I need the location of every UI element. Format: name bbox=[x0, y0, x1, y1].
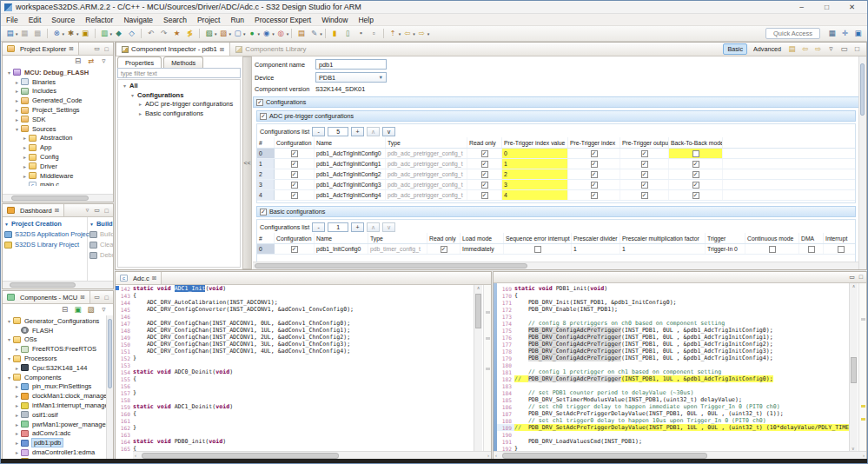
dropdown-caret-icon[interactable]: ▾ bbox=[215, 31, 217, 36]
table-cell[interactable] bbox=[620, 159, 669, 169]
profile-icon[interactable]: ◎ bbox=[275, 28, 287, 39]
table-cell[interactable]: 3 bbox=[502, 180, 568, 189]
tab-dashboard[interactable]: Dashboard ⊠ bbox=[3, 204, 64, 216]
code-line[interactable]: 156 bbox=[116, 382, 474, 389]
chevron-right-icon[interactable]: ▸ bbox=[13, 430, 21, 436]
tree-item-app[interactable]: ▸App bbox=[3, 143, 113, 152]
tree-item-intman1-interrupt-manager[interactable]: ▸intMan1:interrupt_manager bbox=[3, 401, 113, 410]
device-select[interactable]: PDB1▼ bbox=[315, 72, 387, 83]
column-header[interactable]: Configuration bbox=[275, 137, 315, 148]
chevron-right-icon[interactable]: ▸ bbox=[13, 107, 21, 113]
link-with-editor-icon[interactable]: ⇄ bbox=[85, 56, 96, 67]
link-s32ds-application-project[interactable]: S32DS Application Project bbox=[4, 230, 85, 238]
column-header[interactable]: Name bbox=[315, 233, 368, 243]
table-cell[interactable]: 1 bbox=[620, 244, 706, 254]
back-icon[interactable]: ⇦ bbox=[799, 43, 811, 55]
tree-item-sdk[interactable]: ▸SDK bbox=[3, 115, 113, 124]
collapse-all-icon[interactable]: ⊟ bbox=[72, 56, 83, 67]
column-header[interactable]: Back-To-Back mode bbox=[669, 137, 723, 148]
checkbox[interactable] bbox=[641, 171, 648, 178]
code-line[interactable]: 190 bbox=[497, 431, 849, 438]
code-line[interactable]: 146 bbox=[116, 313, 474, 320]
collapse-tree-button[interactable]: << bbox=[242, 56, 252, 269]
tree-item-osif1-osif[interactable]: ▸osif1:osif bbox=[3, 410, 113, 420]
minimize-view-icon[interactable]: ▭ bbox=[92, 293, 102, 302]
chevron-right-icon[interactable]: ▸ bbox=[136, 110, 144, 116]
chevron-down-icon[interactable]: ▾ bbox=[121, 83, 129, 89]
menu-edit[interactable]: Edit bbox=[23, 14, 47, 25]
block-selection-icon[interactable]: ▫ bbox=[368, 28, 380, 39]
code-line[interactable]: 182// PDB_DRV_ConfigAdcPreTrigger(INST_P… bbox=[497, 375, 849, 382]
tab-properties[interactable]: Properties bbox=[117, 56, 162, 68]
vertical-scrollbar[interactable]: ∧∨ bbox=[849, 283, 858, 451]
dropdown-caret-icon[interactable]: ▾ bbox=[63, 31, 65, 36]
tree-item-processors[interactable]: ▾Processors bbox=[3, 354, 113, 363]
tree-item-middleware[interactable]: ▸Middleware bbox=[3, 171, 113, 181]
chevron-right-icon[interactable]: ▸ bbox=[136, 101, 144, 107]
column-header[interactable]: # bbox=[257, 137, 275, 148]
maximize-pane-icon[interactable]: □ bbox=[859, 274, 863, 281]
undo-icon[interactable]: ↶ bbox=[145, 28, 156, 39]
chevron-right-icon[interactable]: ▸ bbox=[13, 346, 21, 352]
checkbox[interactable] bbox=[591, 171, 598, 178]
build-icon[interactable]: ✱ bbox=[65, 28, 76, 39]
flash-icon[interactable]: ≸ bbox=[184, 28, 195, 39]
new-c-file-icon[interactable]: ▥ bbox=[99, 28, 110, 39]
chevron-down-icon[interactable]: ▾ bbox=[5, 318, 13, 324]
tree-item-generated-code[interactable]: ▸Generated_Code bbox=[3, 96, 113, 105]
table-cell[interactable] bbox=[275, 159, 315, 169]
code-line[interactable]: 170{ bbox=[497, 292, 849, 299]
menu-help[interactable]: Help bbox=[353, 14, 378, 25]
code-line[interactable]: 155{ bbox=[116, 375, 474, 382]
chevron-right-icon[interactable]: ▸ bbox=[13, 88, 21, 94]
adc-pretrigger-section-bar[interactable]: ADC pre-trigger configurations bbox=[256, 110, 856, 122]
table-cell[interactable]: pdb1_AdcTrigInitConfig0 bbox=[315, 149, 386, 158]
column-header[interactable]: Prescaler multiplication factor bbox=[620, 233, 706, 243]
close-icon[interactable]: ⊠ bbox=[80, 294, 84, 301]
basic-config-checkbox[interactable] bbox=[260, 209, 267, 215]
code-line[interactable]: 157} bbox=[116, 389, 474, 396]
checkbox[interactable] bbox=[591, 182, 598, 189]
table-cell[interactable]: pdb1_InitConfig0 bbox=[315, 244, 368, 254]
mark-occurrences-icon[interactable]: ▯ bbox=[342, 28, 354, 39]
config-count-value[interactable]: 1 bbox=[328, 222, 348, 232]
column-header[interactable]: # bbox=[257, 233, 275, 243]
tree-item-sources[interactable]: ▾Sources bbox=[3, 124, 113, 134]
horizontal-scrollbar[interactable] bbox=[3, 281, 113, 288]
code-line[interactable]: 160{ bbox=[116, 410, 474, 417]
tree-item-project-settings[interactable]: ▸Project_Settings bbox=[3, 105, 113, 115]
table-cell[interactable] bbox=[467, 159, 502, 169]
inspector-vertical-scrollbar[interactable] bbox=[858, 56, 866, 269]
code-line[interactable]: 173 bbox=[497, 313, 849, 320]
tree-item-config[interactable]: ▸Config bbox=[3, 152, 113, 162]
save-all-icon[interactable]: ▩ bbox=[32, 28, 43, 39]
tree-item-configurations[interactable]: ▾Configurations bbox=[118, 90, 240, 100]
code-line[interactable]: 154static void ADC0_Deinit(void) bbox=[116, 368, 474, 375]
close-icon[interactable]: ⊠ bbox=[55, 207, 59, 214]
table-cell[interactable] bbox=[620, 149, 669, 158]
chevron-right-icon[interactable]: ▸ bbox=[13, 383, 21, 389]
restore-pane-icon[interactable]: ▭ bbox=[849, 274, 855, 281]
dropdown-caret-icon[interactable]: ▾ bbox=[16, 31, 18, 36]
tree-item-clockman1-clock-manager[interactable]: ▸clockMan1:clock_manager bbox=[3, 391, 113, 401]
dropdown-caret-icon[interactable]: ▾ bbox=[320, 31, 322, 36]
dropdown-caret-icon[interactable]: ▾ bbox=[399, 31, 401, 36]
remove-config-button[interactable]: - bbox=[312, 127, 325, 136]
back-icon[interactable]: ⇦ bbox=[401, 28, 413, 39]
cpp-perspective-icon[interactable]: ✛ bbox=[839, 28, 851, 39]
tree-item-abstraction[interactable]: ▸Abstraction bbox=[3, 134, 113, 143]
code-line[interactable]: 178 PDB_DRV_ConfigAdcPreTrigger(INST_PDB… bbox=[497, 348, 849, 355]
checkbox[interactable] bbox=[641, 150, 648, 157]
checkbox[interactable] bbox=[838, 246, 845, 253]
code-line[interactable]: 163 bbox=[116, 431, 474, 438]
link-s32ds-library-project[interactable]: S32DS Library Project bbox=[4, 241, 85, 249]
move-up-button[interactable]: ∧ bbox=[367, 127, 380, 136]
table-cell[interactable] bbox=[824, 244, 856, 254]
chevron-right-icon[interactable]: ▸ bbox=[13, 116, 21, 123]
table-cell[interactable]: Trigger-In 0 bbox=[706, 244, 745, 254]
coverage-icon[interactable]: ▢ bbox=[232, 28, 243, 39]
checkbox[interactable] bbox=[291, 161, 298, 168]
quick-access-box[interactable]: Quick Access bbox=[765, 28, 820, 39]
forward-icon[interactable]: ⇨ bbox=[812, 43, 824, 55]
code-line[interactable]: 191 PDB_DRV_LoadValuesCmd(INST_PDB1); bbox=[497, 438, 849, 445]
